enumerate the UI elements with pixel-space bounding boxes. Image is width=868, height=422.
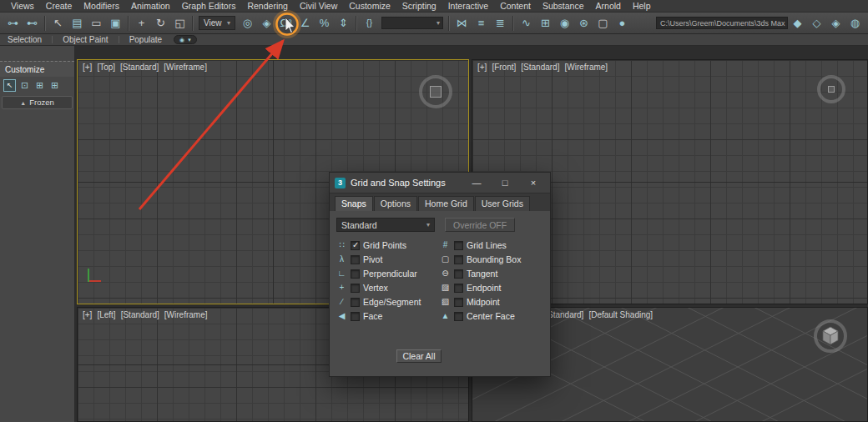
- center-face-checkbox[interactable]: [454, 312, 463, 321]
- layer-explorer-icon[interactable]: ≣: [492, 14, 509, 32]
- viewport-style-menu[interactable]: [Standard]: [521, 63, 559, 72]
- snaps-toggle-icon[interactable]: Ω³: [277, 14, 295, 32]
- snap-option-tangent[interactable]: ⊖ Tangent: [440, 269, 543, 279]
- tab-options[interactable]: Options: [374, 196, 417, 211]
- midpoint-checkbox[interactable]: [454, 298, 463, 307]
- mirror-icon[interactable]: ⋈: [453, 14, 471, 32]
- viewport-navigation-gizmo[interactable]: [817, 75, 845, 103]
- menu-customize[interactable]: Customize: [343, 1, 396, 11]
- snap-option-endpoint[interactable]: ▨ Endpoint: [440, 283, 543, 293]
- reference-coordinate-dropdown[interactable]: View ▾: [199, 16, 235, 30]
- pivot-checkbox[interactable]: [351, 255, 360, 264]
- tangent-checkbox[interactable]: [454, 269, 463, 279]
- select-arrow-icon[interactable]: ↖: [3, 79, 16, 92]
- tab-home-grid[interactable]: Home Grid: [418, 196, 474, 211]
- select-and-link-icon[interactable]: ⊶: [4, 14, 22, 32]
- rendered-frame-window-icon[interactable]: ▢: [594, 14, 612, 32]
- menu-animation[interactable]: Animation: [125, 1, 176, 11]
- snap-option-bounding-box[interactable]: ▢ Bounding Box: [440, 254, 543, 264]
- viewport-shading-menu[interactable]: [Default Shading]: [588, 310, 653, 319]
- viewport-shading-menu[interactable]: [Wireframe]: [164, 310, 208, 319]
- percent-snap-toggle-icon[interactable]: %: [315, 14, 333, 32]
- capture-pill[interactable]: ◉ ▾: [174, 35, 197, 44]
- snap-option-pivot[interactable]: λ Pivot: [336, 254, 440, 264]
- align-icon[interactable]: ≡: [472, 14, 490, 32]
- vertex-checkbox[interactable]: [351, 284, 360, 293]
- snap-option-grid-points[interactable]: ∷ Grid Points: [336, 240, 440, 250]
- menu-views[interactable]: Views: [5, 1, 40, 11]
- menu-arnold[interactable]: Arnold: [590, 1, 627, 11]
- viewport-plus-menu[interactable]: [+]: [477, 63, 487, 72]
- activeshade-icon[interactable]: ◈: [827, 14, 845, 32]
- menu-scripting[interactable]: Scripting: [396, 1, 442, 11]
- menu-substance[interactable]: Substance: [537, 1, 590, 11]
- toolbar-tab-selection[interactable]: Selection: [4, 35, 45, 44]
- lock-icon[interactable]: ⊡: [18, 79, 31, 92]
- close-button[interactable]: ×: [522, 178, 545, 188]
- edit-named-selection-sets-icon[interactable]: {}: [361, 14, 378, 32]
- viewport-shading-menu[interactable]: [Wireframe]: [564, 63, 608, 72]
- spinner-snap-toggle-icon[interactable]: ⇕: [335, 14, 352, 32]
- menu-create[interactable]: Create: [40, 1, 78, 11]
- dialog-titlebar[interactable]: 3 Grid and Snap Settings — □ ×: [330, 173, 550, 193]
- viewport-style-menu[interactable]: [Standard]: [545, 310, 583, 319]
- unlink-selection-icon[interactable]: ⊷: [23, 14, 41, 32]
- select-by-name-icon[interactable]: ▤: [68, 14, 86, 32]
- endpoint-checkbox[interactable]: [454, 284, 463, 293]
- select-object-icon[interactable]: ↖: [49, 14, 67, 32]
- menu-interactive[interactable]: Interactive: [442, 1, 494, 11]
- menu-modifiers[interactable]: Modifiers: [78, 1, 125, 11]
- viewport-view-menu[interactable]: [Top]: [97, 63, 115, 72]
- viewport-plus-menu[interactable]: [+]: [83, 310, 92, 319]
- override-off-button[interactable]: Override OFF: [445, 218, 515, 232]
- clear-all-button[interactable]: Clear All: [396, 349, 442, 363]
- menu-content[interactable]: Content: [494, 1, 537, 11]
- grid-lines-checkbox[interactable]: [454, 241, 463, 250]
- select-and-manipulate-icon[interactable]: ◈: [258, 14, 275, 32]
- snap-preset-dropdown[interactable]: Standard ▾: [336, 218, 435, 232]
- viewport-navigation-gizmo[interactable]: [419, 75, 452, 108]
- material-editor-icon[interactable]: ◉: [556, 14, 573, 32]
- angle-snap-toggle-icon[interactable]: ∠: [296, 14, 314, 32]
- select-and-rotate-icon[interactable]: ↻: [152, 14, 169, 32]
- viewport-view-menu[interactable]: [Front]: [492, 63, 516, 72]
- render-icon[interactable]: ●: [613, 14, 631, 32]
- menu-civil-view[interactable]: Civil View: [294, 1, 343, 11]
- render-iterative-icon[interactable]: ◇: [808, 14, 825, 32]
- named-selection-sets-combo[interactable]: ▾: [381, 17, 443, 29]
- schematic-view-icon[interactable]: ⊞: [537, 14, 554, 32]
- minimize-button[interactable]: —: [465, 178, 488, 188]
- grid-points-checkbox[interactable]: [351, 241, 360, 250]
- toolbar-tab-object-paint[interactable]: Object Paint: [59, 35, 111, 44]
- rectangular-selection-region-icon[interactable]: ▭: [88, 14, 105, 32]
- tree-view-icon[interactable]: ⊞: [33, 79, 46, 92]
- list-view-icon[interactable]: ⊞: [48, 79, 61, 92]
- viewport-style-menu[interactable]: [Standard]: [120, 63, 159, 72]
- render-setup-icon[interactable]: ⊛: [575, 14, 593, 32]
- snap-option-grid-lines[interactable]: # Grid Lines: [440, 240, 543, 250]
- edge-segment-checkbox[interactable]: [351, 298, 360, 307]
- snap-option-face[interactable]: ◀ Face: [336, 311, 440, 321]
- snap-option-perpendicular[interactable]: ∟ Perpendicular: [336, 269, 440, 279]
- viewport-plus-menu[interactable]: [+]: [83, 63, 92, 72]
- snap-option-edge-segment[interactable]: ∕ Edge/Segment: [336, 297, 440, 307]
- render-in-cloud-icon[interactable]: ◍: [846, 14, 864, 32]
- viewport-view-menu[interactable]: [Left]: [97, 310, 115, 319]
- viewport-shading-menu[interactable]: [Wireframe]: [164, 63, 207, 72]
- curve-editor-icon[interactable]: ∿: [517, 14, 535, 32]
- face-checkbox[interactable]: [351, 312, 360, 321]
- toolbar-tab-populate[interactable]: Populate: [126, 35, 165, 44]
- tab-user-grids[interactable]: User Grids: [475, 196, 530, 211]
- snap-option-midpoint[interactable]: ▧ Midpoint: [440, 297, 543, 307]
- select-and-scale-icon[interactable]: ◱: [171, 14, 189, 32]
- tab-snaps[interactable]: Snaps: [335, 196, 373, 211]
- menu-help[interactable]: Help: [627, 1, 657, 11]
- maximize-button[interactable]: □: [493, 178, 517, 188]
- menu-graph-editors[interactable]: Graph Editors: [176, 1, 242, 11]
- viewport-navigation-gizmo[interactable]: [814, 319, 847, 353]
- bounding-box-checkbox[interactable]: [454, 255, 463, 264]
- use-pivot-point-icon[interactable]: ◎: [239, 14, 256, 32]
- snap-option-center-face[interactable]: ▲ Center Face: [440, 311, 543, 321]
- select-and-move-icon[interactable]: +: [133, 14, 150, 32]
- snap-option-vertex[interactable]: + Vertex: [336, 283, 440, 293]
